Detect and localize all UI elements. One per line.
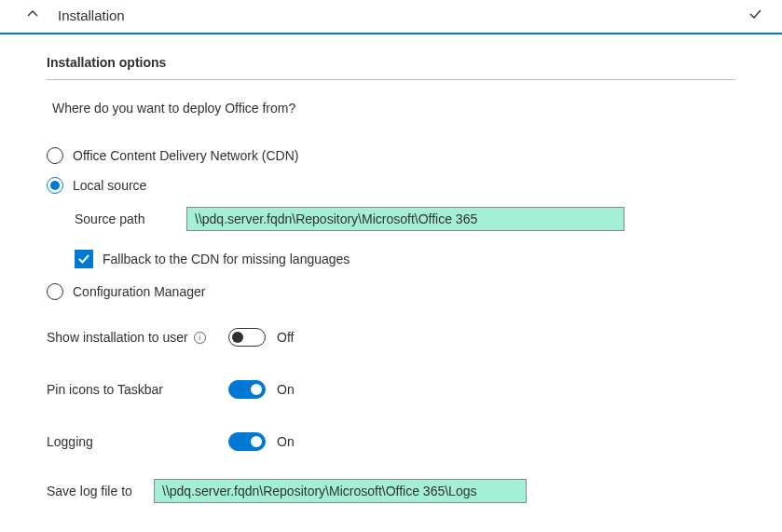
radio-circle-icon	[47, 147, 63, 164]
radio-cdn-label: Office Content Delivery Network (CDN)	[73, 148, 298, 163]
radio-selected-icon	[47, 177, 63, 194]
subheading: Installation options	[47, 55, 735, 80]
logging-state: On	[277, 434, 295, 449]
radio-circle-icon	[47, 283, 63, 300]
source-path-input[interactable]	[186, 207, 624, 231]
radio-local-source[interactable]: Local source	[47, 177, 735, 194]
section-title: Installation	[58, 7, 125, 23]
show-install-state: Off	[277, 330, 294, 345]
deploy-prompt: Where do you want to deploy Office from?	[52, 101, 735, 116]
checkbox-checked-icon	[75, 250, 93, 268]
show-install-label: Show installation to user	[47, 330, 188, 345]
fallback-checkbox[interactable]: Fallback to the CDN for missing language…	[75, 250, 735, 268]
section-header[interactable]: Installation	[0, 0, 782, 34]
radio-config-manager[interactable]: Configuration Manager	[47, 283, 735, 300]
chevron-up-icon	[26, 7, 39, 23]
pin-icons-state: On	[277, 382, 295, 397]
show-install-toggle[interactable]	[228, 328, 266, 347]
logging-toggle[interactable]	[228, 432, 266, 451]
fallback-label: Fallback to the CDN for missing language…	[103, 252, 350, 266]
pin-icons-label: Pin icons to Taskbar	[47, 382, 163, 397]
logging-label: Logging	[47, 434, 93, 449]
pin-icons-toggle[interactable]	[228, 380, 266, 399]
radio-cdn[interactable]: Office Content Delivery Network (CDN)	[47, 147, 735, 164]
save-log-input[interactable]	[154, 479, 527, 503]
source-path-label: Source path	[75, 211, 186, 226]
save-log-label: Save log file to	[47, 484, 154, 498]
check-icon	[748, 7, 761, 23]
radio-local-label: Local source	[73, 178, 146, 193]
info-icon[interactable]: i	[194, 332, 206, 344]
radio-configmgr-label: Configuration Manager	[73, 284, 205, 299]
